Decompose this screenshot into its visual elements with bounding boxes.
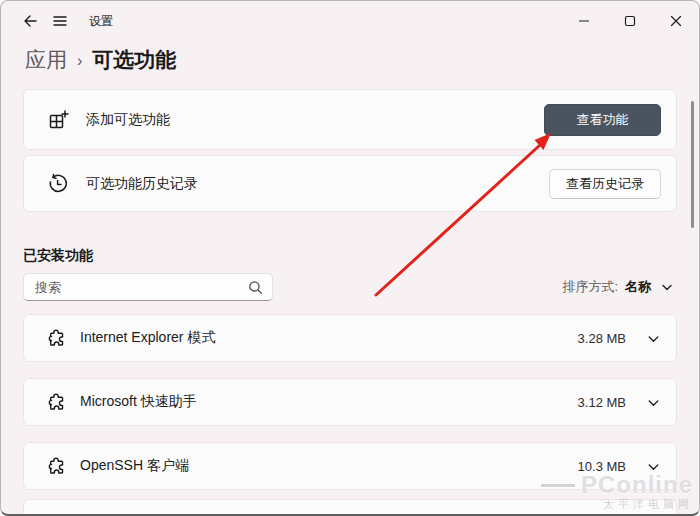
add-optional-feature-label: 添加可选功能 — [86, 111, 544, 129]
puzzle-icon — [46, 328, 67, 349]
installed-features-toolbar: 排序方式: 名称 — [23, 273, 677, 301]
sort-by-value: 名称 — [625, 278, 651, 296]
optional-feature-history-card: 可选功能历史记录 查看历史记录 — [23, 155, 677, 212]
search-box[interactable] — [23, 273, 273, 301]
minimize-icon — [578, 15, 590, 27]
minimize-button[interactable] — [561, 2, 607, 40]
maximize-icon — [624, 15, 636, 27]
installed-features-heading: 已安装功能 — [23, 247, 677, 265]
scrollbar[interactable] — [691, 101, 694, 228]
chevron-down-icon[interactable] — [647, 332, 660, 345]
feature-size: 10.3 MB — [578, 459, 626, 474]
close-icon — [670, 15, 682, 27]
close-button[interactable] — [653, 2, 699, 40]
sort-by-label: 排序方式: — [562, 278, 618, 296]
chevron-down-icon[interactable] — [647, 396, 660, 409]
puzzle-icon — [46, 392, 67, 413]
chevron-down-icon — [661, 281, 673, 293]
feature-name: OpenSSH 客户端 — [80, 457, 578, 475]
feature-row-quick-assist[interactable]: Microsoft 快速助手 3.12 MB — [23, 378, 677, 426]
feature-name: Microsoft 快速助手 — [80, 393, 578, 411]
view-features-button[interactable]: 查看功能 — [544, 104, 661, 136]
chevron-down-icon[interactable] — [647, 460, 660, 473]
view-history-button[interactable]: 查看历史记录 — [549, 169, 661, 199]
feature-row-openssh-client[interactable]: OpenSSH 客户端 10.3 MB — [23, 442, 677, 490]
optional-feature-history-label: 可选功能历史记录 — [86, 175, 549, 193]
puzzle-icon — [46, 456, 67, 477]
window-title: 设置 — [89, 13, 113, 30]
installed-features-list: Internet Explorer 模式 3.28 MB Microsoft 快… — [23, 314, 677, 490]
search-icon — [248, 280, 263, 295]
breadcrumb-apps[interactable]: 应用 — [25, 46, 67, 74]
back-button[interactable] — [15, 6, 45, 36]
maximize-button[interactable] — [607, 2, 653, 40]
sort-dropdown[interactable]: 排序方式: 名称 — [562, 278, 677, 296]
add-optional-feature-icon — [47, 109, 69, 131]
feature-row-internet-explorer-mode[interactable]: Internet Explorer 模式 3.28 MB — [23, 314, 677, 362]
feature-size: 3.28 MB — [578, 331, 626, 346]
navigation-menu-button[interactable] — [45, 6, 75, 36]
hamburger-menu-icon — [52, 13, 68, 29]
back-arrow-icon — [22, 13, 38, 29]
page-title: 可选功能 — [92, 46, 176, 74]
settings-window: 设置 应用 › 可选功能 — [0, 0, 700, 516]
search-input[interactable] — [24, 275, 234, 299]
titlebar: 设置 — [1, 1, 699, 41]
breadcrumb: 应用 › 可选功能 — [1, 41, 699, 75]
feature-name: Internet Explorer 模式 — [80, 329, 578, 347]
history-icon — [47, 173, 69, 195]
add-optional-feature-card: 添加可选功能 查看功能 — [23, 89, 677, 150]
feature-size: 3.12 MB — [578, 395, 626, 410]
breadcrumb-separator-icon: › — [77, 50, 82, 70]
feature-row-partial[interactable] — [23, 499, 677, 516]
page-content: 添加可选功能 查看功能 可选功能历史记录 查看历史记录 已安装功能 — [1, 89, 699, 516]
